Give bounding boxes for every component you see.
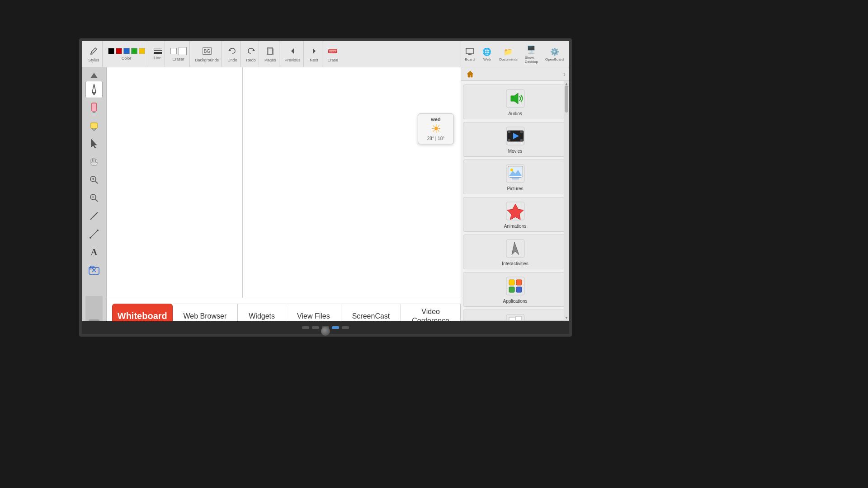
panel-item-applications[interactable]: Applications — [463, 272, 567, 307]
panel-expand-btn[interactable]: › — [563, 70, 566, 78]
previous-icon[interactable] — [288, 46, 297, 56]
documents-btn[interactable]: 📁 Documents — [497, 46, 519, 62]
right-panel-header: › — [461, 67, 569, 81]
svg-point-61 — [510, 169, 513, 171]
hand-tool-btn[interactable] — [85, 153, 103, 170]
toolbar-group-stylus: Stylus — [85, 41, 103, 67]
color-yellow[interactable] — [139, 48, 145, 54]
svg-line-41 — [90, 230, 98, 238]
panel-item-movies[interactable]: Movies — [463, 122, 567, 157]
zoom-out-btn[interactable] — [85, 189, 103, 206]
pen-tool-btn[interactable] — [85, 81, 103, 98]
panel-item-animations[interactable]: Animations — [463, 197, 567, 232]
left-sidebar: A — [82, 67, 107, 334]
monitor-frame: Stylus Color Line — [79, 38, 572, 337]
highlighter-tool-btn[interactable] — [85, 117, 103, 134]
show-desktop-label: Show Desktop — [525, 56, 538, 64]
board-btn[interactable]: Board — [463, 46, 476, 62]
interactivities-icon — [505, 238, 526, 259]
status-dot-5 — [342, 326, 349, 329]
color-blue[interactable] — [123, 48, 130, 54]
capture-tool-btn[interactable] — [85, 262, 103, 279]
svg-rect-62 — [510, 177, 521, 178]
backgrounds-icon[interactable]: BG — [202, 46, 212, 56]
line-draw-btn[interactable] — [85, 207, 103, 225]
monitor-statusbar — [82, 321, 569, 334]
zoom-in-btn[interactable] — [85, 171, 103, 188]
toolbar-group-redo: Redo — [243, 41, 259, 67]
monitor-knob — [321, 327, 330, 336]
svg-marker-17 — [90, 73, 98, 78]
movies-label: Movies — [508, 149, 523, 154]
eraser-large[interactable] — [179, 47, 187, 55]
line-thin[interactable] — [154, 48, 162, 48]
weather-widget: wed ☀ 28° | 18° — [418, 113, 454, 144]
svg-rect-29 — [91, 159, 92, 163]
svg-marker-0 — [91, 48, 97, 54]
panel-scrollbar-up[interactable]: ▲ — [565, 82, 568, 85]
redo-label: Redo — [246, 58, 256, 62]
svg-rect-73 — [509, 317, 515, 320]
pages-icon[interactable] — [265, 46, 275, 56]
documents-label: Documents — [499, 57, 517, 61]
animations-label: Animations — [504, 224, 526, 229]
pictures-icon — [505, 163, 526, 184]
toolbar-group-backgrounds: BG Backgrounds — [193, 41, 222, 67]
home-btn[interactable] — [465, 69, 476, 80]
color-red[interactable] — [116, 48, 122, 54]
undo-icon[interactable] — [227, 46, 237, 56]
svg-text:Erase: Erase — [328, 50, 338, 54]
board-label: Board — [465, 57, 475, 61]
svg-line-36 — [95, 181, 98, 183]
panel-item-pictures[interactable]: Pictures — [463, 160, 567, 194]
pages-label: Pages — [264, 58, 276, 62]
svg-rect-63 — [512, 178, 519, 179]
whiteboard-canvas[interactable] — [107, 67, 461, 334]
next-icon[interactable] — [309, 46, 319, 56]
status-dot-2 — [312, 326, 319, 329]
color-black[interactable] — [108, 48, 114, 54]
panel-item-audio[interactable]: Audios — [463, 84, 567, 119]
svg-rect-71 — [516, 287, 522, 292]
color-green[interactable] — [131, 48, 137, 54]
show-desktop-icon: 🖥️ — [526, 45, 536, 55]
collapse-arrow[interactable] — [85, 71, 103, 80]
svg-line-40 — [90, 212, 98, 220]
board-icon — [465, 47, 475, 56]
pointer-tool-btn[interactable] — [85, 135, 103, 152]
stylus-icon[interactable] — [89, 46, 99, 56]
web-label: Web — [483, 57, 491, 61]
weather-day: wed — [422, 117, 450, 122]
svg-rect-32 — [96, 160, 97, 163]
status-dot-4 — [332, 326, 339, 329]
openboard-btn[interactable]: ⚙️ OpenBoard — [543, 46, 566, 62]
weather-temp: 28° | 18° — [422, 136, 450, 141]
color-label: Color — [122, 56, 132, 61]
previous-label: Previous — [285, 58, 301, 62]
movies-icon — [505, 125, 526, 147]
text-tool-btn[interactable]: A — [85, 244, 103, 261]
pictures-label: Pictures — [507, 186, 523, 191]
applications-icon — [505, 275, 526, 297]
line-tool-btn2[interactable] — [85, 225, 103, 243]
line-med[interactable] — [154, 50, 162, 51]
backgrounds-label: Backgrounds — [195, 58, 219, 62]
panel-scrollbar[interactable]: ▲ ▼ — [564, 81, 569, 320]
panel-scroll-area: Audios Movies — [461, 81, 569, 320]
show-desktop-btn[interactable]: 🖥️ Show Desktop — [523, 44, 540, 65]
openboard-icon: ⚙️ — [550, 47, 560, 56]
line-thick[interactable] — [154, 52, 162, 54]
stylus-label: Stylus — [88, 58, 99, 62]
svg-rect-46 — [89, 267, 91, 270]
redo-icon[interactable] — [246, 46, 256, 56]
panel-item-interactivities[interactable]: Interactivities — [463, 235, 567, 269]
right-panel: › Audios — [461, 67, 569, 334]
panel-scrollbar-thumb[interactable] — [565, 85, 568, 113]
eraser-small[interactable] — [170, 48, 177, 54]
erase-icon[interactable]: Erase — [328, 46, 338, 56]
marker-tool-btn[interactable] — [85, 99, 103, 116]
panel-scrollbar-down[interactable]: ▼ — [565, 316, 568, 319]
panel-item-more[interactable] — [463, 310, 567, 320]
web-btn[interactable]: 🌐 Web — [480, 46, 494, 62]
svg-rect-54 — [508, 139, 510, 141]
